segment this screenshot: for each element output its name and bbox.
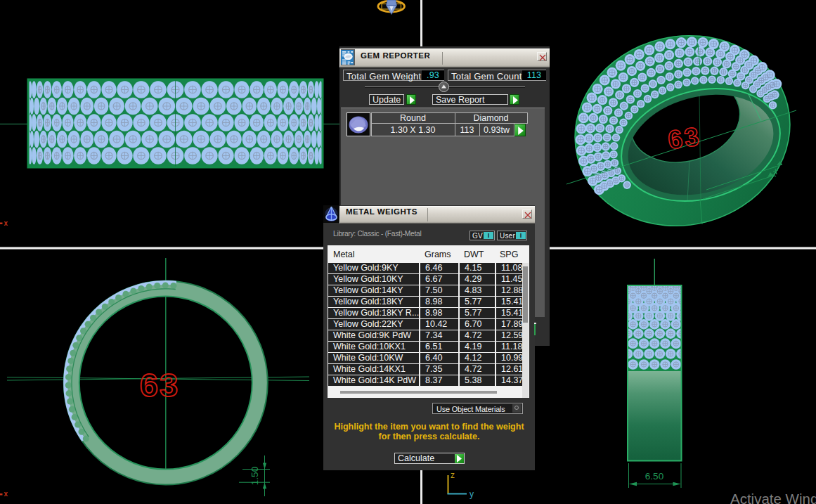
svg-text:x: x [4, 490, 8, 498]
svg-text:1.50: 1.50 [250, 467, 260, 485]
svg-text:x: x [4, 219, 8, 227]
svg-text:z: z [451, 470, 455, 480]
svg-text:6.50: 6.50 [645, 471, 663, 482]
svg-text:Activate Wind: Activate Wind [730, 491, 816, 504]
svg-text:63: 63 [140, 366, 179, 403]
svg-text:y: y [469, 489, 474, 499]
svg-text:63: 63 [666, 122, 703, 155]
